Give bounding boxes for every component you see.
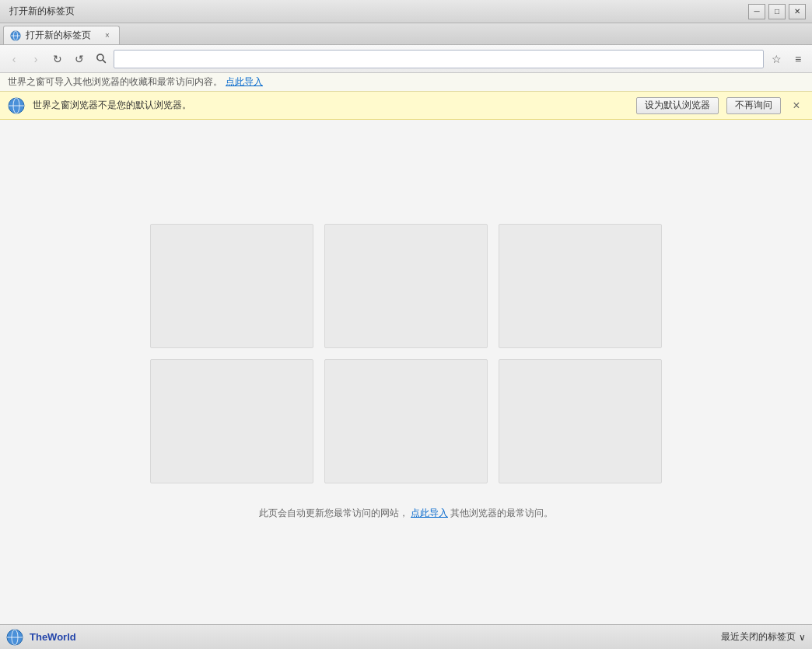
- status-bar: TheWorld 最近关闭的标签页 ∨: [0, 624, 812, 649]
- thumbnails-grid: [150, 224, 662, 483]
- brand-globe-icon: [6, 629, 23, 646]
- thumbnail-1[interactable]: [150, 224, 313, 348]
- import-bar: 世界之窗可导入其他浏览器的收藏和最常访问内容。 点此导入: [0, 73, 812, 92]
- tab-bar: 打开新的标签页 ×: [0, 23, 812, 45]
- notification-close-button[interactable]: ×: [789, 98, 804, 113]
- import-text: 世界之窗可导入其他浏览器的收藏和最常访问内容。: [8, 75, 222, 89]
- thumbnail-2[interactable]: [324, 224, 488, 348]
- refresh-button[interactable]: ↻: [48, 50, 67, 68]
- menu-button[interactable]: ≡: [789, 50, 807, 68]
- thumbnail-5[interactable]: [324, 359, 488, 483]
- footer-text-after: 其他浏览器的最常访问。: [450, 508, 553, 518]
- search-button[interactable]: [92, 50, 110, 68]
- footer-text: 此页会自动更新您最常访问的网站， 点此导入 其他浏览器的最常访问。: [259, 507, 554, 520]
- thumbnail-3[interactable]: [499, 224, 662, 348]
- tab-icon: [10, 30, 21, 41]
- title-bar: 打开新的标签页 ─ □ ✕: [0, 0, 812, 23]
- back-button[interactable]: ‹: [5, 50, 23, 68]
- notification-text: 世界之窗浏览器不是您的默认浏览器。: [33, 99, 628, 112]
- nav-bar: ‹ › ↻ ↺ ☆ ≡: [0, 45, 812, 73]
- forward-button[interactable]: ›: [26, 50, 45, 68]
- nav-right-buttons: ☆ ≡: [767, 50, 807, 68]
- footer-import-link[interactable]: 点此导入: [411, 508, 448, 518]
- search-icon: [96, 54, 107, 64]
- notification-bar: 世界之窗浏览器不是您的默认浏览器。 设为默认浏览器 不再询问 ×: [0, 92, 812, 120]
- set-default-button[interactable]: 设为默认浏览器: [636, 97, 719, 114]
- undo-button[interactable]: ↺: [70, 50, 89, 68]
- address-input[interactable]: [114, 50, 764, 68]
- bookmark-button[interactable]: ☆: [767, 50, 786, 68]
- brand-label: TheWorld: [30, 631, 76, 643]
- footer-text-before: 此页会自动更新您最常访问的网站，: [259, 508, 408, 518]
- maximize-button[interactable]: □: [768, 4, 786, 19]
- tab-label: 打开新的标签页: [26, 29, 91, 42]
- new-tab-page: 此页会自动更新您最常访问的网站， 点此导入 其他浏览器的最常访问。: [0, 120, 812, 624]
- window-controls: ─ □ ✕: [748, 4, 806, 19]
- window-title: 打开新的标签页: [6, 5, 748, 18]
- svg-line-4: [103, 60, 105, 62]
- thumbnail-4[interactable]: [150, 359, 313, 483]
- tab-close-button[interactable]: ×: [102, 30, 113, 41]
- recent-tabs-arrow: ∨: [799, 632, 806, 643]
- status-left: TheWorld: [6, 629, 76, 646]
- import-link[interactable]: 点此导入: [226, 75, 263, 89]
- ignore-button[interactable]: 不再询问: [726, 97, 781, 114]
- close-button[interactable]: ✕: [789, 4, 806, 19]
- recent-tabs-button[interactable]: 最近关闭的标签页 ∨: [721, 630, 806, 644]
- minimize-button[interactable]: ─: [748, 4, 765, 19]
- thumbnail-6[interactable]: [499, 359, 662, 483]
- recent-tabs-label: 最近关闭的标签页: [721, 630, 796, 644]
- notification-icon: [8, 97, 25, 114]
- content-area: 此页会自动更新您最常访问的网站， 点此导入 其他浏览器的最常访问。: [0, 120, 812, 624]
- active-tab[interactable]: 打开新的标签页 ×: [3, 26, 120, 44]
